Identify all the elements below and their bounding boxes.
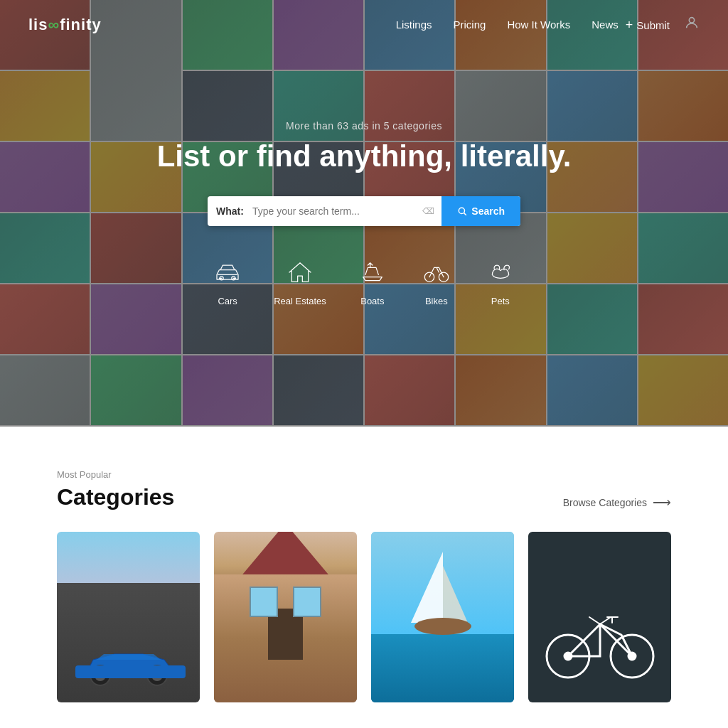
category-card-bikes[interactable]	[528, 532, 671, 702]
category-card-boats[interactable]	[371, 532, 514, 702]
nav-how-it-works[interactable]: How It Works	[507, 18, 570, 31]
hero-title: List or find anything, literally.	[157, 139, 572, 174]
section-title: Categories	[57, 484, 174, 510]
nav-news[interactable]: News	[592, 18, 619, 31]
svg-point-1	[459, 208, 465, 213]
section-title-block: Most Popular Categories	[57, 469, 174, 510]
svg-point-0	[689, 18, 694, 23]
search-button[interactable]: Search	[441, 196, 520, 226]
category-cards-grid	[57, 532, 671, 702]
cat-real-estates[interactable]: Real Estates	[274, 255, 326, 306]
real-estates-label: Real Estates	[274, 296, 326, 306]
hero-categories: Cars Real Estates Boats Bi	[210, 255, 518, 306]
submit-button[interactable]: + Submit	[626, 18, 670, 33]
cat-cars[interactable]: Cars	[210, 255, 245, 306]
browse-categories-link[interactable]: Browse Categories ⟶	[563, 495, 671, 510]
search-bar: What: ⌫ Search	[208, 196, 520, 226]
logo-infinity: ∞	[48, 16, 60, 33]
categories-section: Most Popular Categories Browse Categorie…	[0, 427, 728, 728]
hero-content: More than 63 ads in 5 categories List or…	[0, 0, 728, 427]
pets-label: Pets	[491, 296, 510, 306]
pets-icon	[483, 255, 518, 290]
brand-logo[interactable]: lis∞finity	[28, 16, 396, 34]
cars-icon	[210, 255, 245, 290]
browse-categories-label: Browse Categories	[563, 497, 647, 508]
nav-pricing[interactable]: Pricing	[454, 18, 486, 31]
navbar: lis∞finity Listings Pricing How It Works…	[0, 0, 728, 50]
boats-icon	[355, 255, 390, 290]
search-what-label: What:	[208, 205, 252, 217]
arrow-right-icon: ⟶	[653, 495, 671, 510]
hero-section: More than 63 ads in 5 categories List or…	[0, 0, 728, 427]
cat-boats[interactable]: Boats	[355, 255, 390, 306]
bikes-icon	[419, 255, 454, 290]
section-header: Most Popular Categories Browse Categorie…	[57, 469, 671, 510]
svg-line-2	[464, 213, 466, 215]
section-tag: Most Popular	[57, 469, 174, 480]
svg-rect-11	[75, 665, 186, 678]
real-estates-icon	[282, 255, 318, 290]
search-input[interactable]	[252, 196, 415, 226]
submit-label: Submit	[636, 19, 670, 31]
user-icon[interactable]	[684, 15, 700, 35]
svg-point-14	[414, 618, 471, 635]
cat-pets[interactable]: Pets	[483, 255, 518, 306]
search-button-label: Search	[471, 205, 505, 217]
bikes-label: Bikes	[425, 296, 448, 306]
hero-subtitle: More than 63 ads in 5 categories	[286, 120, 442, 132]
svg-marker-12	[411, 552, 443, 623]
cars-label: Cars	[218, 296, 237, 306]
category-card-cars[interactable]	[57, 532, 200, 702]
boats-label: Boats	[360, 296, 384, 306]
category-card-real-estate[interactable]	[214, 532, 357, 702]
cat-bikes[interactable]: Bikes	[419, 255, 454, 306]
search-clear-icon: ⌫	[415, 206, 441, 216]
nav-listings[interactable]: Listings	[396, 18, 432, 31]
plus-icon: +	[626, 18, 633, 33]
svg-marker-13	[443, 566, 468, 623]
